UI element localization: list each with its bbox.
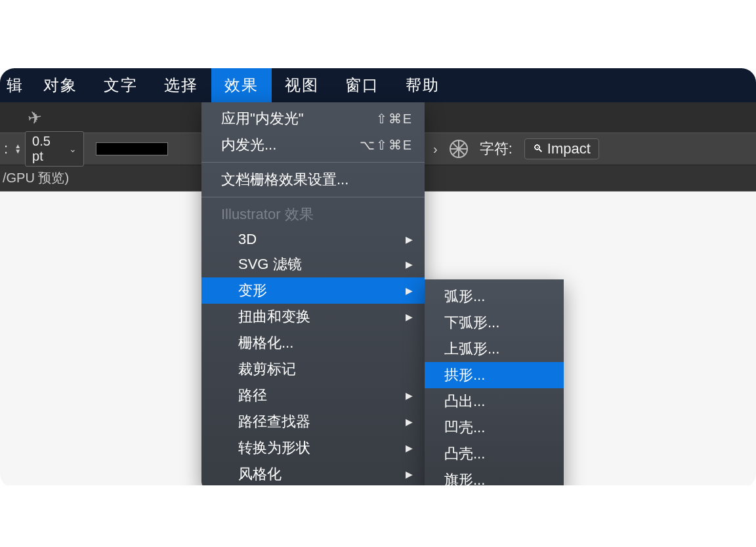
- tab-label: /GPU 预览): [3, 171, 69, 185]
- submenu-arrow-icon: ▶: [406, 234, 413, 245]
- menu-label: 上弧形...: [444, 339, 552, 359]
- bottom-crop-edge: [0, 485, 756, 488]
- menu-label: 文档栅格效果设置...: [221, 170, 413, 190]
- menu-item-view[interactable]: 视图: [272, 68, 332, 102]
- menu-label: 辑: [7, 75, 24, 96]
- menu-crop-marks[interactable]: 裁剪标记: [201, 356, 425, 382]
- menu-label: 效果: [224, 75, 259, 96]
- menu-label: 变形: [238, 281, 406, 300]
- submenu-arrow-icon: ▶: [406, 312, 413, 322]
- menu-label: 栅格化...: [238, 333, 413, 353]
- color-wheel-icon[interactable]: [450, 140, 468, 158]
- stroke-style-swatch[interactable]: [96, 142, 168, 155]
- menu-label: 裁剪标记: [238, 359, 413, 379]
- menu-label: 拱形...: [444, 365, 552, 385]
- app-window: 辑 对象 文字 选择 效果 视图 窗口 帮助 ✈ : ▲ ▼: [0, 68, 756, 488]
- warp-bulge[interactable]: 凸出...: [425, 388, 564, 415]
- menu-label: 扭曲和变换: [238, 307, 406, 327]
- stroke-value: 0.5 pt: [32, 134, 61, 164]
- submenu-arrow-icon: ▶: [406, 416, 413, 427]
- menu-label: 凸出...: [444, 392, 552, 411]
- submenu-arrow-icon: ▶: [406, 259, 413, 270]
- menu-item-object[interactable]: 对象: [30, 68, 91, 102]
- menu-stylize[interactable]: 风格化 ▶: [201, 461, 425, 487]
- document-tab[interactable]: /GPU 预览): [0, 169, 69, 187]
- submenu-arrow-icon: ▶: [406, 443, 413, 453]
- submenu-arrow-icon: ▶: [406, 285, 413, 296]
- warp-shell-lower[interactable]: 凹壳...: [425, 415, 564, 441]
- menu-label: 路径查找器: [238, 412, 406, 432]
- menu-label: 3D: [238, 231, 406, 248]
- separator-colon: :: [4, 140, 8, 157]
- chevron-down-icon[interactable]: ▼: [14, 149, 21, 154]
- menu-label: 风格化: [238, 464, 406, 484]
- warp-shell-upper[interactable]: 凸壳...: [425, 441, 564, 467]
- menu-separator: [201, 197, 425, 197]
- menu-item-edit-fragment[interactable]: 辑: [0, 68, 30, 102]
- menu-warp[interactable]: 变形 ▶: [201, 277, 425, 304]
- section-header-label: Illustrator 效果: [221, 205, 413, 224]
- menu-label: SVG 滤镜: [238, 254, 406, 274]
- warp-arc-upper[interactable]: 上弧形...: [425, 336, 564, 362]
- menu-pathfinder[interactable]: 路径查找器 ▶: [201, 409, 425, 435]
- menu-label: 帮助: [406, 75, 440, 96]
- menu-label: 凸壳...: [444, 444, 552, 464]
- submenu-arrow-icon: ▶: [406, 390, 413, 401]
- warp-arch[interactable]: 拱形...: [425, 362, 564, 388]
- rocket-icon[interactable]: ✈: [26, 106, 43, 129]
- control-right-cluster: › 字符: 🔍︎ Impact: [433, 138, 599, 159]
- stroke-stepper[interactable]: ▲ ▼: [14, 144, 21, 154]
- menu-label: 视图: [285, 75, 319, 96]
- menu-label: 转换为形状: [238, 438, 406, 458]
- menu-apply-last-effect[interactable]: 应用"内发光" ⇧⌘E: [201, 102, 425, 132]
- menu-item-select[interactable]: 选择: [151, 68, 211, 102]
- menu-3d[interactable]: 3D ▶: [201, 228, 425, 251]
- menu-label: 对象: [43, 75, 77, 96]
- menu-separator: [201, 162, 425, 163]
- font-search-input[interactable]: 🔍︎ Impact: [524, 138, 599, 159]
- menubar: 辑 对象 文字 选择 效果 视图 窗口 帮助: [0, 68, 756, 102]
- menu-label: 内发光...: [221, 135, 360, 155]
- menu-label: 弧形...: [444, 287, 552, 306]
- menu-convert-to-shape[interactable]: 转换为形状 ▶: [201, 435, 425, 461]
- menu-item-help[interactable]: 帮助: [392, 68, 453, 102]
- search-icon: 🔍︎: [533, 143, 543, 155]
- warp-submenu: 弧形... 下弧形... 上弧形... 拱形... 凸出... 凹壳... 凸壳…: [425, 279, 564, 488]
- menu-item-effect[interactable]: 效果: [211, 68, 272, 102]
- menu-path[interactable]: 路径 ▶: [201, 382, 425, 409]
- menu-last-effect-settings[interactable]: 内发光... ⌥⇧⌘E: [201, 132, 425, 158]
- menu-label: 凹壳...: [444, 418, 552, 437]
- chevron-down-icon[interactable]: ⌄: [69, 144, 77, 154]
- menu-label: 选择: [164, 75, 198, 96]
- menu-item-window[interactable]: 窗口: [332, 68, 392, 102]
- menu-label: 应用"内发光": [221, 109, 376, 129]
- menu-distort-transform[interactable]: 扭曲和变换 ▶: [201, 304, 425, 330]
- shortcut-text: ⇧⌘E: [376, 111, 413, 127]
- menu-label: 路径: [238, 386, 406, 405]
- menu-label: 窗口: [345, 75, 379, 96]
- menu-document-raster-settings[interactable]: 文档栅格效果设置...: [201, 167, 425, 193]
- menu-rasterize[interactable]: 栅格化...: [201, 330, 425, 356]
- menu-label: 下弧形...: [444, 313, 552, 333]
- menu-svg-filters[interactable]: SVG 滤镜 ▶: [201, 251, 425, 277]
- shortcut-text: ⌥⇧⌘E: [360, 137, 413, 153]
- menu-item-type[interactable]: 文字: [91, 68, 151, 102]
- font-value: Impact: [547, 140, 591, 157]
- menu-section-header-illustrator: Illustrator 效果: [201, 201, 425, 228]
- effects-dropdown: 应用"内发光" ⇧⌘E 内发光... ⌥⇧⌘E 文档栅格效果设置... Illu…: [201, 102, 425, 488]
- warp-arc[interactable]: 弧形...: [425, 283, 564, 310]
- chevron-right-icon[interactable]: ›: [433, 142, 438, 157]
- submenu-arrow-icon: ▶: [406, 469, 413, 479]
- menu-label: 文字: [104, 75, 138, 96]
- font-label: 字符:: [480, 139, 513, 159]
- stroke-weight-input[interactable]: 0.5 pt ⌄: [25, 131, 84, 167]
- warp-arc-lower[interactable]: 下弧形...: [425, 310, 564, 336]
